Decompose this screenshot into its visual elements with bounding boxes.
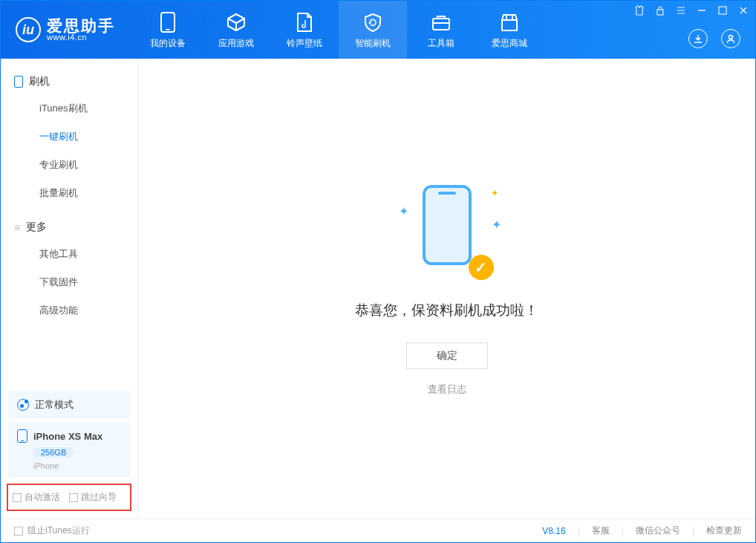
footer-link-update[interactable]: 检查更新	[706, 524, 742, 537]
checkbox-label: 阻止iTunes运行	[27, 524, 90, 537]
checkbox-label: 跳过向导	[81, 491, 117, 504]
toolbox-icon	[429, 10, 453, 34]
maximize-icon[interactable]	[717, 4, 729, 16]
refresh-shield-icon	[361, 10, 385, 34]
mode-icon	[17, 399, 29, 411]
device-mode-row[interactable]: 正常模式	[8, 391, 130, 419]
sidebar-group-flash[interactable]: 刷机	[1, 69, 137, 94]
checkbox-stop-itunes[interactable]: 阻止iTunes运行	[14, 524, 90, 537]
svg-rect-4	[657, 10, 663, 15]
logo-icon: iu	[16, 17, 41, 42]
sidebar-item-download-firmware[interactable]: 下载固件	[10, 268, 137, 296]
success-message: 恭喜您，保资料刷机成功啦！	[355, 301, 538, 320]
success-illustration: ✦ ✦ ✦ ✓	[406, 182, 488, 279]
device-name: iPhone XS Max	[33, 431, 102, 442]
sidebar-item-itunes-flash[interactable]: iTunes刷机	[10, 94, 137, 123]
mode-label: 正常模式	[35, 398, 74, 412]
sidebar-item-oneclick-flash[interactable]: 一键刷机	[10, 123, 137, 151]
menu-icon[interactable]	[675, 4, 687, 16]
checkbox-auto-activate[interactable]: 自动激活	[13, 491, 60, 504]
confirm-button[interactable]: 确定	[406, 342, 488, 369]
nav-label: 工具箱	[428, 37, 454, 50]
checkmark-badge-icon: ✓	[469, 255, 494, 280]
divider: |	[622, 526, 624, 536]
nav-store[interactable]: 爱思商城	[475, 1, 544, 59]
device-info-row[interactable]: iPhone XS Max 256GB iPhone	[8, 422, 130, 478]
checkbox-label: 自动激活	[25, 491, 60, 504]
svg-point-3	[729, 36, 733, 39]
svg-rect-1	[166, 29, 170, 30]
device-type: iPhone	[33, 461, 121, 470]
sidebar: 刷机 iTunes刷机 一键刷机 专业刷机 批量刷机 ≡ 更多 其他工具 下载固…	[1, 59, 138, 518]
divider: |	[578, 526, 580, 536]
close-icon[interactable]	[737, 4, 749, 16]
sparkle-icon: ✦	[491, 188, 498, 198]
nav-label: 智能刷机	[355, 37, 391, 50]
main-content: ✦ ✦ ✦ ✓ 恭喜您，保资料刷机成功啦！ 确定 查看日志	[138, 59, 755, 518]
nav-toolbox[interactable]: 工具箱	[407, 1, 475, 59]
app-logo[interactable]: iu 爱思助手 www.i4.cn	[16, 17, 115, 42]
header-bar: iu 爱思助手 www.i4.cn 我的设备 应用游戏 铃声壁纸 智能刷机 工具…	[1, 1, 755, 59]
nav-ringtones-wallpaper[interactable]: 铃声壁纸	[270, 1, 339, 59]
shirt-icon[interactable]	[633, 4, 645, 16]
sidebar-item-advanced[interactable]: 高级功能	[10, 296, 137, 325]
footer-link-support[interactable]: 客服	[592, 524, 610, 537]
download-icon[interactable]	[688, 29, 708, 48]
highlighted-checkbox-row: 自动激活 跳过向导	[7, 484, 131, 511]
lock-icon[interactable]	[654, 4, 666, 16]
divider: |	[692, 526, 694, 536]
sparkle-icon: ✦	[399, 204, 408, 218]
sidebar-item-other-tools[interactable]: 其他工具	[10, 240, 137, 268]
nav-my-device[interactable]: 我的设备	[134, 1, 202, 59]
phone-illustration-icon	[423, 185, 472, 265]
footer-bar: 阻止iTunes运行 V8.16 | 客服 | 微信公众号 | 检查更新	[1, 518, 755, 542]
svg-rect-5	[719, 7, 726, 14]
view-log-link[interactable]: 查看日志	[428, 383, 466, 396]
cube-icon	[224, 10, 248, 34]
nav-label: 应用游戏	[218, 37, 254, 50]
nav-label: 爱思商城	[492, 37, 527, 50]
svg-rect-2	[433, 19, 449, 30]
footer-link-wechat[interactable]: 微信公众号	[636, 524, 680, 537]
checkbox-skip-guide[interactable]: 跳过向导	[69, 491, 117, 504]
logo-subtitle: www.i4.cn	[47, 33, 115, 42]
sidebar-item-pro-flash[interactable]: 专业刷机	[10, 151, 137, 179]
user-icon[interactable]	[721, 29, 740, 48]
sidebar-item-batch-flash[interactable]: 批量刷机	[10, 179, 137, 207]
checkbox-icon	[14, 527, 23, 536]
list-icon: ≡	[14, 221, 20, 233]
nav-label: 我的设备	[150, 37, 186, 50]
minimize-icon[interactable]	[696, 4, 708, 16]
phone-icon	[17, 429, 27, 443]
sparkle-icon: ✦	[492, 218, 501, 232]
nav-apps-games[interactable]: 应用游戏	[202, 1, 270, 59]
checkbox-icon	[69, 493, 78, 502]
version-label: V8.16	[542, 526, 565, 536]
nav-smart-flash[interactable]: 智能刷机	[339, 1, 407, 59]
sidebar-group-label: 刷机	[29, 75, 50, 88]
main-nav: 我的设备 应用游戏 铃声壁纸 智能刷机 工具箱 爱思商城	[134, 1, 544, 59]
phone-outline-icon	[14, 76, 23, 88]
device-storage-badge: 256GB	[33, 447, 74, 458]
nav-label: 铃声壁纸	[287, 37, 322, 50]
logo-title: 爱思助手	[47, 18, 115, 33]
sidebar-group-more[interactable]: ≡ 更多	[1, 215, 137, 240]
music-file-icon	[293, 10, 316, 34]
store-icon	[498, 10, 521, 34]
checkbox-icon	[13, 493, 22, 502]
sidebar-group-label: 更多	[26, 221, 47, 234]
device-icon	[156, 10, 180, 34]
